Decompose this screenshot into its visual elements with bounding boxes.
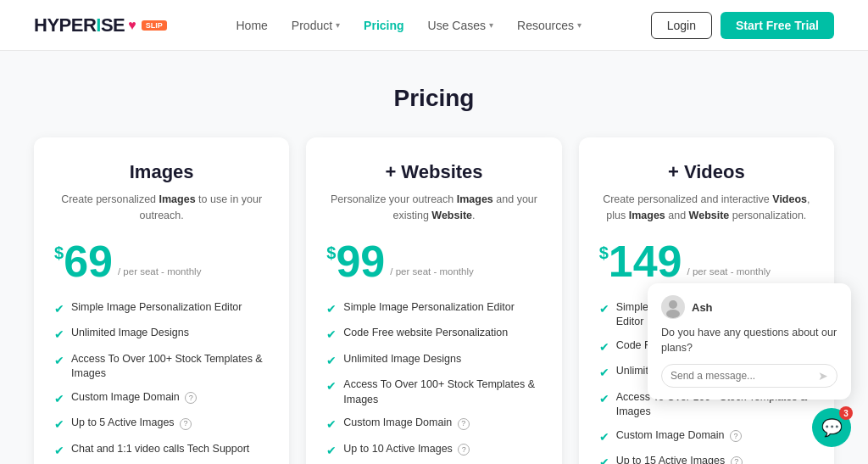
plan-websites-amount: 99: [336, 239, 385, 283]
plan-images-title: Images: [54, 161, 269, 183]
check-icon: ✔: [326, 443, 337, 460]
check-icon: ✔: [326, 301, 337, 318]
chat-open-button[interactable]: 💬 3: [812, 408, 851, 447]
check-icon: ✔: [599, 301, 609, 318]
check-icon: ✔: [599, 429, 609, 446]
list-item: ✔ Simple Image Personalization Editor: [54, 300, 269, 318]
plan-images-amount: 69: [64, 239, 113, 283]
logo-badge: SLIP: [142, 20, 167, 31]
start-trial-button[interactable]: Start Free Trial: [721, 12, 834, 39]
nav-resources[interactable]: Resources ▾: [517, 19, 581, 32]
check-icon: ✔: [599, 365, 609, 382]
chat-agent-name: Ash: [692, 301, 713, 314]
plan-images-dollar: $: [54, 244, 64, 261]
svg-point-1: [666, 310, 680, 318]
help-icon[interactable]: ?: [458, 444, 470, 456]
logo: HYPERISE ♥ SLIP: [34, 14, 167, 36]
plan-websites-features: ✔ Simple Image Personalization Editor ✔ …: [326, 300, 541, 465]
header: HYPERISE ♥ SLIP Home Product ▾ Pricing U…: [0, 0, 868, 51]
plan-websites-subtitle: Personalize your outreach Images and you…: [326, 192, 541, 224]
plan-websites-dollar: $: [326, 244, 336, 261]
plan-websites-price-row: $ 99 / per seat - monthly: [326, 239, 541, 283]
list-item: ✔ Up to 10 Active Images ?: [326, 442, 541, 460]
plan-videos-title: + Videos: [599, 161, 814, 183]
check-icon: ✔: [54, 416, 64, 433]
chat-badge: 3: [839, 406, 853, 420]
check-icon: ✔: [54, 443, 64, 460]
help-icon[interactable]: ?: [180, 418, 192, 430]
plan-images-subtitle: Create personalized Images to use in you…: [54, 192, 269, 224]
help-icon[interactable]: ?: [458, 418, 470, 430]
check-icon: ✔: [599, 391, 609, 408]
plan-images-price-row: $ 69 / per seat - monthly: [54, 239, 269, 283]
chevron-down-icon: ▾: [489, 20, 493, 30]
plan-videos-dollar: $: [599, 244, 609, 261]
list-item: ✔ Custom Image Domain ?: [54, 390, 269, 408]
check-icon: ✔: [326, 378, 337, 395]
plan-videos-price-row: $ 149 / per seat - monthly: [599, 239, 814, 283]
chevron-down-icon: ▾: [336, 20, 340, 30]
list-item: ✔ Up to 15 Active Images ?: [599, 454, 814, 464]
main-nav: Home Product ▾ Pricing Use Cases ▾ Resou…: [236, 19, 581, 32]
page-title: Pricing: [34, 85, 834, 112]
send-icon: ➤: [818, 369, 828, 383]
nav-home[interactable]: Home: [236, 19, 268, 32]
plan-images-period: / per seat - monthly: [118, 266, 201, 278]
chat-header: Ash: [661, 295, 837, 319]
plan-websites-card: + Websites Personalize your outreach Ima…: [306, 137, 561, 464]
login-button[interactable]: Login: [651, 12, 712, 39]
list-item: ✔ Up to 5 Active Images ?: [54, 416, 269, 433]
nav-use-cases[interactable]: Use Cases ▾: [428, 19, 493, 32]
check-icon: ✔: [326, 416, 337, 433]
chat-icon: 💬: [821, 417, 843, 438]
list-item: ✔ Custom Image Domain ?: [326, 416, 541, 433]
logo-text: HYPERISE: [34, 14, 125, 36]
plan-images-card: Images Create personalized Images to use…: [34, 137, 289, 464]
chevron-down-icon: ▾: [577, 20, 581, 30]
plan-websites-period: / per seat - monthly: [390, 266, 473, 278]
nav-product[interactable]: Product ▾: [292, 19, 340, 32]
check-icon: ✔: [326, 353, 337, 370]
check-icon: ✔: [599, 455, 609, 464]
check-icon: ✔: [54, 353, 64, 370]
chat-input-row: ➤: [661, 364, 837, 388]
check-icon: ✔: [599, 339, 609, 356]
nav-pricing[interactable]: Pricing: [364, 19, 403, 32]
help-icon[interactable]: ?: [185, 392, 197, 404]
header-actions: Login Start Free Trial: [651, 12, 834, 39]
check-icon: ✔: [54, 301, 64, 318]
list-item: ✔ Code Free website Personalization: [326, 326, 541, 344]
chat-bubble: Ash Do you have any questions about our …: [648, 283, 851, 400]
check-icon: ✔: [54, 391, 64, 408]
check-icon: ✔: [326, 327, 337, 344]
chat-message: Do you have any questions about our plan…: [661, 326, 837, 355]
chat-avatar: [661, 295, 685, 319]
plan-videos-amount: 149: [609, 239, 682, 283]
list-item: ✔ Chat and 1:1 video calls Tech Support: [54, 442, 269, 460]
list-item: ✔ Unlimited Image Designs: [54, 326, 269, 344]
chat-widget: Ash Do you have any questions about our …: [648, 283, 851, 447]
plan-videos-subtitle: Create personalized and interactive Vide…: [599, 192, 814, 224]
chat-input[interactable]: [670, 370, 813, 382]
check-icon: ✔: [54, 327, 64, 344]
help-icon[interactable]: ?: [731, 456, 743, 464]
list-item: ✔ Access To Over 100+ Stock Templates & …: [326, 377, 541, 407]
list-item: ✔ Access To Over 100+ Stock Templates & …: [54, 352, 269, 382]
svg-point-0: [669, 300, 677, 309]
plan-videos-period: / per seat - monthly: [687, 266, 771, 278]
plan-images-features: ✔ Simple Image Personalization Editor ✔ …: [54, 300, 269, 465]
list-item: ✔ Simple Image Personalization Editor: [326, 300, 541, 318]
list-item: ✔ Unlimited Image Designs: [326, 352, 541, 370]
logo-heart-icon: ♥: [128, 18, 136, 33]
plan-websites-title: + Websites: [326, 161, 541, 183]
